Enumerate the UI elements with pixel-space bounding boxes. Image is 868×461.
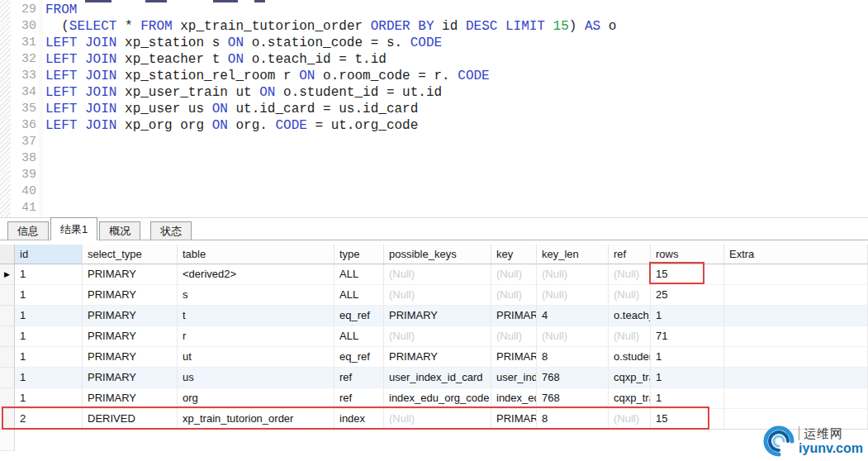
- cell-ref[interactable]: (Null): [609, 285, 651, 306]
- cell-possible_keys[interactable]: (Null): [384, 409, 491, 430]
- cell-ref[interactable]: (Null): [609, 264, 651, 285]
- code-line-40[interactable]: 40: [0, 183, 868, 200]
- cell-select_type[interactable]: PRIMARY: [83, 306, 178, 326]
- cell-possible_keys[interactable]: index_edu_org_code: [384, 388, 491, 409]
- cell-rows[interactable]: 1: [651, 368, 724, 388]
- cell-table[interactable]: xp_train_tutorion_order: [178, 409, 334, 430]
- row-header[interactable]: [0, 326, 15, 347]
- cell-extra[interactable]: [724, 306, 868, 326]
- col-header-select_type[interactable]: select_type: [83, 245, 178, 264]
- cell-key_len[interactable]: 8: [537, 347, 609, 368]
- cell-table[interactable]: <derived2>: [178, 264, 334, 285]
- cell-rows[interactable]: 15: [651, 264, 724, 285]
- cell-rows[interactable]: 71: [651, 326, 724, 347]
- cell-key[interactable]: (Null): [491, 285, 537, 306]
- cell-possible_keys[interactable]: (Null): [384, 264, 491, 285]
- cell-table[interactable]: us: [178, 368, 334, 388]
- row-header[interactable]: [0, 306, 15, 326]
- tab-info[interactable]: 信息: [7, 221, 49, 240]
- row-header[interactable]: [0, 285, 15, 306]
- cell-type[interactable]: ALL: [334, 264, 384, 285]
- cell-type[interactable]: ref: [334, 368, 384, 388]
- cell-ref[interactable]: (Null): [609, 326, 651, 347]
- col-header-extra[interactable]: Extra: [724, 245, 868, 264]
- cell-type[interactable]: index: [334, 409, 384, 430]
- cell-select_type[interactable]: PRIMARY: [83, 347, 178, 368]
- col-header-key_len[interactable]: key_len: [537, 245, 609, 264]
- cell-table[interactable]: t: [178, 306, 334, 326]
- col-header-rows[interactable]: rows: [651, 245, 724, 264]
- cell-id[interactable]: 1: [15, 285, 83, 306]
- cell-id[interactable]: 1: [15, 368, 83, 388]
- cell-select_type[interactable]: PRIMARY: [83, 388, 178, 409]
- cell-rows[interactable]: 1: [651, 347, 724, 368]
- row-header[interactable]: [0, 409, 15, 430]
- cell-select_type[interactable]: PRIMARY: [83, 264, 178, 285]
- code-line-36[interactable]: 36LEFT JOIN xp_org org ON org. CODE = ut…: [0, 117, 868, 134]
- code-line-29[interactable]: 29FROM: [0, 2, 868, 18]
- cell-rows[interactable]: 1: [651, 388, 724, 409]
- cell-key_len[interactable]: (Null): [537, 326, 609, 347]
- cell-key_len[interactable]: (Null): [537, 264, 609, 285]
- cell-extra[interactable]: [724, 264, 868, 285]
- cell-possible_keys[interactable]: (Null): [384, 326, 491, 347]
- code-line-37[interactable]: 37: [0, 134, 868, 150]
- cell-key_len[interactable]: 768: [537, 368, 609, 388]
- tab-overview[interactable]: 概况: [99, 221, 140, 240]
- cell-key_len[interactable]: 768: [537, 388, 609, 409]
- cell-select_type[interactable]: PRIMARY: [83, 285, 178, 306]
- cell-select_type[interactable]: DERIVED: [83, 409, 178, 430]
- cell-ref[interactable]: o.student_id: [609, 347, 651, 368]
- cell-id[interactable]: 1: [15, 347, 83, 368]
- sql-editor[interactable]: 29FROM30 (SELECT * FROM xp_train_tutorio…: [0, 0, 868, 217]
- grid-corner-cell[interactable]: [0, 245, 15, 264]
- code-line-35[interactable]: 35LEFT JOIN xp_user us ON ut.id_card = u…: [0, 101, 868, 117]
- cell-table[interactable]: ut: [178, 347, 334, 368]
- cell-rows[interactable]: 1: [651, 306, 724, 326]
- cell-possible_keys[interactable]: PRIMARY: [384, 306, 491, 326]
- row-header[interactable]: [0, 388, 15, 409]
- cell-id[interactable]: 2: [15, 409, 83, 430]
- tab-status[interactable]: 状态: [150, 221, 192, 240]
- col-header-key[interactable]: key: [491, 245, 537, 264]
- cell-key[interactable]: (Null): [491, 264, 537, 285]
- cell-key[interactable]: PRIMARY: [491, 306, 537, 326]
- cell-key[interactable]: (Null): [491, 326, 537, 347]
- col-header-table[interactable]: table: [178, 245, 334, 264]
- cell-type[interactable]: eq_ref: [334, 347, 384, 368]
- cell-extra[interactable]: [724, 388, 868, 409]
- cell-type[interactable]: eq_ref: [334, 306, 384, 326]
- tab-result-1[interactable]: 结果1: [50, 217, 97, 240]
- col-header-possible_keys[interactable]: possible_keys: [384, 245, 491, 264]
- row-header[interactable]: [0, 368, 15, 388]
- cell-rows[interactable]: 15: [651, 409, 724, 430]
- col-header-type[interactable]: type: [334, 245, 384, 264]
- code-line-33[interactable]: 33LEFT JOIN xp_station_rel_room r ON o.r…: [0, 68, 868, 84]
- cell-ref[interactable]: (Null): [609, 409, 651, 430]
- cell-extra[interactable]: [724, 368, 868, 388]
- cell-possible_keys[interactable]: (Null): [384, 285, 491, 306]
- cell-rows[interactable]: 25: [651, 285, 724, 306]
- cell-id[interactable]: 1: [15, 388, 83, 409]
- code-line-38[interactable]: 38: [0, 150, 868, 167]
- code-line-39[interactable]: 39: [0, 167, 868, 183]
- cell-key[interactable]: user_index_id_card: [491, 368, 537, 388]
- cell-possible_keys[interactable]: PRIMARY: [384, 347, 491, 368]
- cell-id[interactable]: 1: [15, 264, 83, 285]
- cell-extra[interactable]: [724, 326, 868, 347]
- cell-possible_keys[interactable]: user_index_id_card: [384, 368, 491, 388]
- cell-table[interactable]: org: [178, 388, 334, 409]
- cell-key_len[interactable]: 4: [537, 306, 609, 326]
- col-header-ref[interactable]: ref: [609, 245, 651, 264]
- cell-key[interactable]: index_edu_org_code: [491, 388, 537, 409]
- cell-select_type[interactable]: PRIMARY: [83, 368, 178, 388]
- row-header[interactable]: [0, 347, 15, 368]
- col-header-id[interactable]: id: [15, 245, 83, 264]
- code-line-30[interactable]: 30 (SELECT * FROM xp_train_tutorion_orde…: [0, 18, 868, 35]
- cell-extra[interactable]: [724, 347, 868, 368]
- cell-select_type[interactable]: PRIMARY: [83, 326, 178, 347]
- cell-key_len[interactable]: (Null): [537, 285, 609, 306]
- code-line-41[interactable]: 41: [0, 200, 868, 216]
- cell-id[interactable]: 1: [15, 306, 83, 326]
- cell-ref[interactable]: o.teach_id: [609, 306, 651, 326]
